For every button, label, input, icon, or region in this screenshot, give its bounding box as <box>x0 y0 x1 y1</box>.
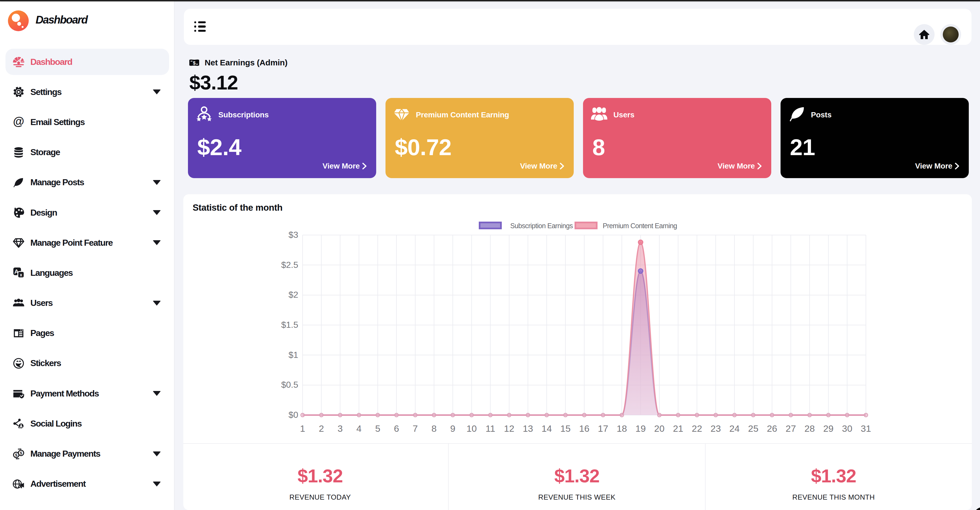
svg-text:1: 1 <box>300 423 305 434</box>
svg-text:$: $ <box>20 451 22 455</box>
svg-text:6: 6 <box>394 423 399 434</box>
svg-text:21: 21 <box>673 423 683 434</box>
svg-text:7: 7 <box>412 423 418 434</box>
svg-text:18: 18 <box>617 423 627 434</box>
svg-text:4: 4 <box>356 423 362 434</box>
svg-text:12: 12 <box>504 423 514 434</box>
svg-text:2: 2 <box>319 423 324 434</box>
svg-text:$0: $0 <box>288 410 298 420</box>
svg-text:3: 3 <box>337 423 343 434</box>
svg-text:14: 14 <box>541 423 552 434</box>
svg-text:$0.5: $0.5 <box>281 380 298 390</box>
svg-text:@: @ <box>13 116 24 128</box>
svg-text:24: 24 <box>729 423 740 434</box>
svg-text:$1: $1 <box>288 350 298 360</box>
svg-text:16: 16 <box>579 423 590 434</box>
svg-text:17: 17 <box>598 423 608 434</box>
svg-text:$: $ <box>193 61 196 66</box>
svg-text:23: 23 <box>711 423 721 434</box>
svg-text:20: 20 <box>654 423 665 434</box>
svg-text:8: 8 <box>431 423 437 434</box>
svg-text:27: 27 <box>786 423 796 434</box>
svg-text:$: $ <box>15 453 18 457</box>
svg-text:5: 5 <box>375 423 380 434</box>
svg-text:28: 28 <box>804 423 815 434</box>
svg-text:x: x <box>20 273 22 277</box>
svg-text:9: 9 <box>450 423 455 434</box>
svg-text:$2: $2 <box>288 290 298 300</box>
svg-text:26: 26 <box>767 423 777 434</box>
svg-text:$2.5: $2.5 <box>281 260 298 270</box>
svg-text:22: 22 <box>692 423 702 434</box>
svg-text:13: 13 <box>523 423 533 434</box>
svg-text:11: 11 <box>485 423 495 434</box>
svg-text:19: 19 <box>635 423 646 434</box>
svg-text:25: 25 <box>748 423 758 434</box>
svg-text:15: 15 <box>560 423 571 434</box>
svg-text:10: 10 <box>466 423 477 434</box>
svg-text:29: 29 <box>823 423 834 434</box>
svg-text:$3: $3 <box>288 230 298 240</box>
svg-text:31: 31 <box>861 423 871 434</box>
svg-text:30: 30 <box>842 423 852 434</box>
svg-text:$1.5: $1.5 <box>281 320 298 330</box>
